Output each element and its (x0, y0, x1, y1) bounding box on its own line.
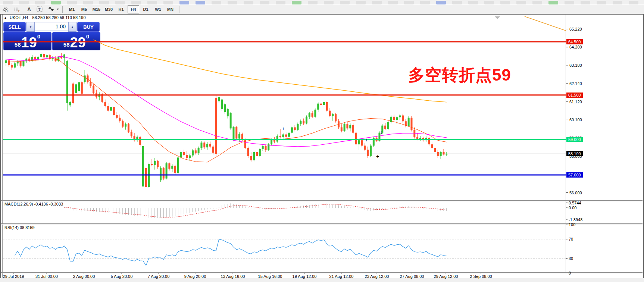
toolbar-icon-stub[interactable] (388, 1, 398, 4)
toolbar-icon-stub[interactable] (436, 1, 446, 4)
toolbar-icon-stub[interactable] (115, 1, 125, 4)
toolbar-icon-stub[interactable] (147, 1, 157, 4)
toolbar-icon-stub[interactable] (629, 1, 638, 4)
time-axis-label: 9 Aug 20:00 (184, 274, 206, 279)
price-axis-tick-label: 60.100 (569, 118, 582, 122)
timeframe-button-M5[interactable]: M5 (78, 5, 90, 13)
font-a-icon[interactable]: A (25, 6, 34, 13)
macd-axis-tick-label: 0.5744 (569, 201, 581, 205)
toolbar-icon-stub[interactable] (308, 1, 318, 4)
toolbar-icon-stub[interactable] (356, 1, 366, 4)
time-axis-label: 2 Sep 08:00 (470, 274, 492, 279)
panel-splitter[interactable] (1, 223, 643, 225)
rsi-indicator-label: RSI(14) 38.8159 (4, 225, 35, 230)
window-bottom-strip (0, 278, 644, 282)
toolbar-icon-stub[interactable] (3, 1, 13, 4)
toolbar-icon-stub[interactable] (565, 1, 574, 4)
toolbar-separator (179, 6, 180, 13)
toolbar-icon-stub[interactable] (420, 1, 430, 4)
toolbar-icon-stub[interactable] (516, 1, 526, 4)
time-axis-label: 27 Aug 08:00 (400, 274, 424, 279)
timeframe-button-W1[interactable]: W1 (152, 5, 164, 13)
indicators-icon[interactable]: E (2, 6, 11, 13)
price-line-badge: 58.190 (566, 151, 583, 156)
toolbar-icon-stub[interactable] (581, 1, 590, 4)
toolbar-icon-stub[interactable] (244, 1, 253, 4)
toolbar-icon-stub[interactable] (212, 1, 221, 4)
volume-input[interactable]: 1.00 (35, 22, 68, 31)
buy-price-display[interactable]: 58 29 0 (52, 32, 100, 50)
buy-button[interactable]: BUY (77, 22, 100, 32)
toolbar-icon-stub[interactable] (131, 1, 141, 4)
toolbar-icon-stub[interactable] (51, 1, 61, 4)
volume-decrease-button[interactable]: ▼ (26, 22, 35, 32)
time-axis-label: 31 Jul 00:00 (35, 274, 58, 279)
volume-increase-button[interactable]: ▲ (68, 22, 76, 32)
text-label-icon[interactable]: T (36, 6, 45, 13)
toolbar-icon-stub[interactable] (340, 1, 350, 4)
price-line-badge: 61.500 (566, 93, 583, 98)
toolbar-icon-stub[interactable] (548, 1, 558, 4)
timeframe-button-H1[interactable]: H1 (115, 5, 127, 13)
price-axis-tick-label: 64.200 (569, 45, 582, 49)
chart-scroll-marker-icon[interactable] (495, 16, 500, 19)
chart-window (0, 14, 644, 279)
toolbar-icon-stub[interactable] (19, 1, 29, 4)
toolbar-icon-stub[interactable] (179, 1, 189, 4)
toolbar-icon-stub[interactable] (372, 1, 382, 4)
svg-text:E: E (7, 10, 9, 12)
toolbar-icon-stub[interactable] (484, 1, 494, 4)
time-axis-label: 13 Aug 16:00 (221, 274, 245, 279)
toolbar-icon-stub[interactable] (163, 1, 173, 4)
price-axis-tick-label: 62.140 (569, 81, 582, 86)
toolbar-icon-stub[interactable] (83, 1, 93, 4)
panel-splitter[interactable] (1, 272, 643, 273)
sort-arrows-icon[interactable] (47, 6, 60, 13)
toolbar-icon-stub[interactable] (196, 1, 205, 4)
collapse-trade-panel-arrow[interactable]: ▲ (4, 16, 7, 20)
toolbar-icon-stub[interactable] (292, 1, 301, 4)
volume-stepper: ▼ 1.00 ▲ (26, 22, 76, 31)
timeframe-button-M1[interactable]: M1 (66, 5, 78, 13)
timeframe-button-MN[interactable]: MN (165, 5, 176, 13)
toolbar-icon-stub[interactable] (597, 1, 606, 4)
price-axis-tick-label: 61.120 (569, 100, 582, 104)
toolbar-icon-stub[interactable] (228, 1, 237, 4)
price-line-badge: 64.500 (566, 39, 583, 44)
toolbar-icon-stub[interactable] (276, 1, 285, 4)
timeframe-button-H4[interactable]: H4 (128, 5, 139, 13)
timeframe-button-M15[interactable]: M15 (91, 5, 102, 13)
sell-price-display[interactable]: 58 19 0 (3, 32, 51, 50)
timeframe-button-D1[interactable]: D1 (140, 5, 151, 13)
toolbar-icon-stub[interactable] (35, 1, 45, 4)
price-line-badge: 59.000 (566, 137, 583, 142)
rsi-axis-tick-label: 100 (569, 222, 575, 227)
sell-button[interactable]: SELL (3, 22, 26, 32)
chart-symbol-period: UKOil-,H4 (10, 15, 28, 20)
time-axis-label: 29 Aug 12:00 (434, 274, 458, 279)
chart-text-annotation: 多空转折点59 (408, 64, 511, 86)
toolbar-icon-stub[interactable] (260, 1, 269, 4)
toolbar-icon-stub[interactable] (613, 1, 622, 4)
one-click-trading-panel: SELL ▼ 1.00 ▲ BUY 58 19 0 58 29 0 (3, 22, 100, 49)
toolbar-icon-stub[interactable] (99, 1, 109, 4)
price-axis-tick-label: 63.180 (569, 63, 582, 68)
toolbar-icon-stub[interactable] (468, 1, 478, 4)
sell-price-small: 58 (15, 41, 21, 48)
toolbar-icon-stub[interactable] (67, 1, 77, 4)
toolbar-icon-stub[interactable] (500, 1, 510, 4)
timeframe-bar: M1M5M15M30H1H4D1W1MN (66, 5, 176, 13)
chart-title-bar: ▲ UKOil-,H4 58.250 58.280 58.110 58.190 (4, 15, 86, 20)
toolbar-icon-stub[interactable] (532, 1, 542, 4)
time-axis-label: 2 Aug 00:00 (73, 274, 95, 279)
rsi-axis-tick-label: 30 (569, 256, 573, 261)
toolbar-icon-stub[interactable] (452, 1, 462, 4)
time-axis-label: 7 Aug 20:00 (148, 274, 170, 279)
panel-splitter[interactable] (1, 200, 643, 201)
grid-f-icon[interactable]: F (13, 6, 22, 13)
toolbar-icon-stub[interactable] (404, 1, 414, 4)
svg-text:F: F (18, 10, 20, 12)
sell-price-big: 19 (21, 36, 37, 49)
toolbar-icon-stub[interactable] (324, 1, 334, 4)
timeframe-button-M30[interactable]: M30 (103, 5, 115, 13)
